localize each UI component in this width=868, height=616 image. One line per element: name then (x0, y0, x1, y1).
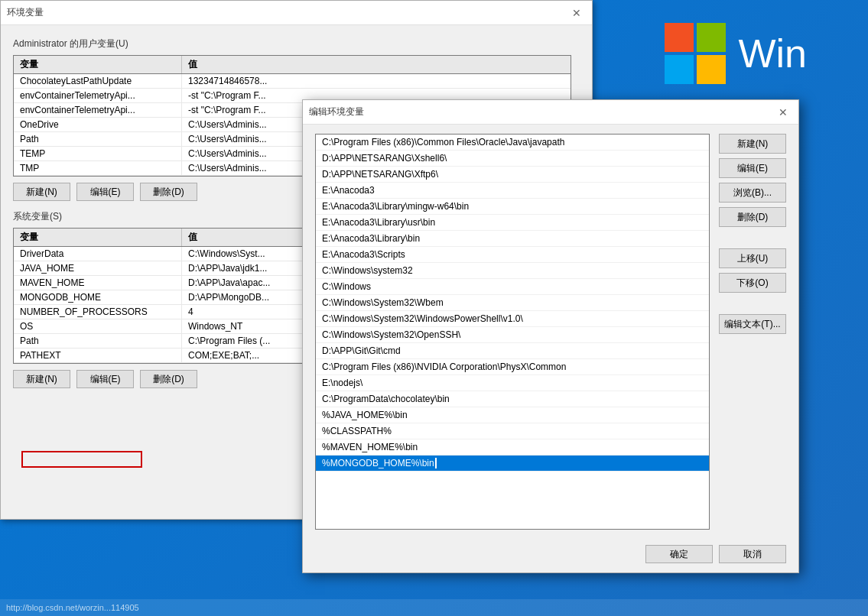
list-item[interactable]: C:\Program Files (x86)\NVIDIA Corporatio… (316, 359, 709, 375)
edit-move-down-button[interactable]: 下移(O) (719, 273, 786, 293)
flag-q2 (697, 23, 726, 52)
table-row[interactable]: ChocolateyLastPathUpdate13234714846578..… (14, 74, 571, 89)
list-item[interactable]: E:\Anacoda3\Library\bin (316, 231, 709, 247)
flag-q1 (665, 23, 694, 52)
list-item[interactable]: E:\Anacoda3 (316, 183, 709, 199)
edit-dialog-content: C:\Program Files (x86)\Common Files\Orac… (303, 125, 798, 572)
edit-new-button[interactable]: 新建(N) (719, 134, 786, 154)
editing-path-text: %MONGODB_HOME%\bin (322, 458, 434, 468)
edit-dialog-footer: 确定 取消 (315, 539, 786, 563)
list-item[interactable]: C:\Windows\System32\Wbem (316, 295, 709, 311)
list-item[interactable]: %MAVEN_HOME%\bin (316, 439, 709, 456)
user-delete-button[interactable]: 删除(D) (140, 183, 197, 201)
status-bar: http://blog.csdn.net/worzin...114905 (0, 599, 868, 616)
env-dialog-close-button[interactable]: ✕ (567, 4, 586, 22)
user-new-button[interactable]: 新建(N) (13, 183, 70, 201)
edit-edit-button[interactable]: 编辑(E) (719, 158, 786, 178)
windows-flag-icon (665, 23, 726, 84)
list-item[interactable]: E:\Anacoda3\Library\usr\bin (316, 215, 709, 231)
user-table-header: 变量 值 (14, 56, 571, 74)
edit-cancel-button[interactable]: 取消 (719, 545, 786, 563)
edit-browse-button[interactable]: 浏览(B)... (719, 183, 786, 203)
list-item[interactable]: D:\APP\NETSARANG\Xftp6\ (316, 167, 709, 183)
selected-path-item[interactable]: %MONGODB_HOME%\bin (316, 456, 709, 472)
edit-dialog-title: 编辑环境变量 (309, 105, 364, 118)
system-delete-button[interactable]: 删除(D) (140, 370, 197, 388)
edit-env-dialog: 编辑环境变量 ✕ C:\Program Files (x86)\Common F… (302, 99, 799, 573)
windows-logo: Win (665, 23, 807, 84)
edit-text-button[interactable]: 编辑文本(T)... (719, 314, 786, 334)
system-header-var: 变量 (14, 229, 182, 246)
system-new-button[interactable]: 新建(N) (13, 370, 70, 388)
list-item[interactable]: %CLASSPATH% (316, 423, 709, 439)
user-section-label: Administrator 的用户变量(U) (13, 37, 580, 50)
edit-dialog-close-button[interactable]: ✕ (774, 103, 792, 122)
list-item[interactable]: D:\APP\Git\Git\cmd (316, 343, 709, 359)
env-dialog-titlebar: 环境变量 ✕ (1, 1, 592, 25)
edit-dialog-action-buttons: 新建(N) 编辑(E) 浏览(B)... 删除(D) 上移(U) 下移(O) 编… (719, 134, 786, 539)
user-header-var: 变量 (14, 56, 182, 73)
cursor-indicator (435, 458, 437, 468)
edit-dialog-titlebar: 编辑环境变量 ✕ (303, 100, 798, 125)
windows-text: Win (738, 31, 807, 76)
list-item[interactable]: C:\Program Files (x86)\Common Files\Orac… (316, 135, 709, 151)
env-dialog-title: 环境变量 (7, 6, 44, 19)
flag-q4 (697, 55, 726, 84)
path-list[interactable]: C:\Program Files (x86)\Common Files\Orac… (315, 134, 710, 530)
list-item[interactable]: E:\nodejs\ (316, 375, 709, 391)
list-item[interactable]: C:\Windows\System32\WindowsPowerShell\v1… (316, 311, 709, 327)
system-edit-button[interactable]: 编辑(E) (76, 370, 134, 388)
flag-q3 (665, 55, 694, 84)
status-url: http://blog.csdn.net/worzin...114905 (6, 603, 139, 612)
list-item[interactable]: C:\Windows\System32\OpenSSH\ (316, 327, 709, 343)
edit-move-up-button[interactable]: 上移(U) (719, 248, 786, 268)
user-edit-button[interactable]: 编辑(E) (76, 183, 134, 201)
list-item[interactable]: C:\Windows (316, 279, 709, 295)
edit-delete-button[interactable]: 删除(D) (719, 207, 786, 227)
user-header-val: 值 (182, 56, 571, 73)
edit-ok-button[interactable]: 确定 (645, 545, 713, 563)
list-item[interactable]: %JAVA_HOME%\bin (316, 407, 709, 423)
list-item[interactable]: E:\Anacoda3\Library\mingw-w64\bin (316, 199, 709, 215)
list-item[interactable]: E:\Anacoda3\Scripts (316, 247, 709, 263)
list-item[interactable]: C:\Windows\system32 (316, 263, 709, 279)
list-item[interactable]: D:\APP\NETSARANG\Xshell6\ (316, 151, 709, 167)
list-item[interactable]: C:\ProgramData\chocolatey\bin (316, 391, 709, 407)
